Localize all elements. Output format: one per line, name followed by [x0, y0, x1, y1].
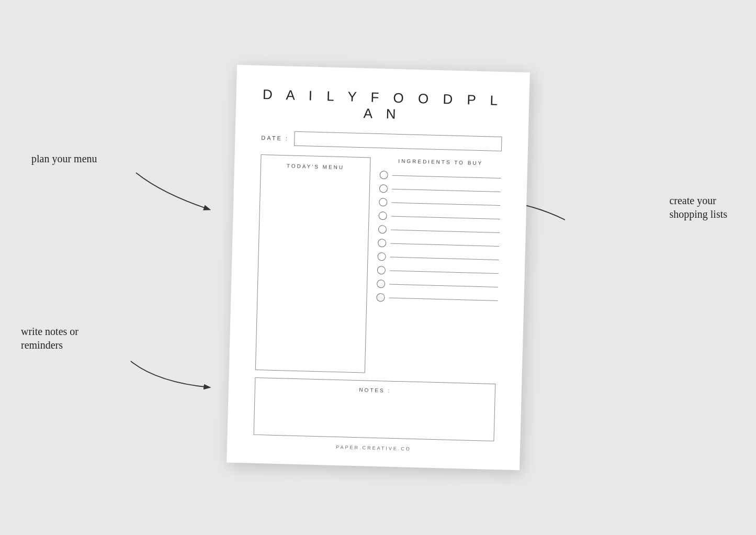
- check-line: [391, 202, 500, 205]
- ingredients-title: INGREDIENTS TO BUY: [380, 158, 501, 166]
- check-line: [389, 284, 498, 287]
- check-line: [390, 243, 499, 246]
- menu-box: TODAY'S MENU: [255, 154, 370, 373]
- check-line: [390, 257, 499, 260]
- checkbox-circle[interactable]: [377, 252, 386, 261]
- notes-annotation-text: write notes orreminders: [21, 326, 78, 351]
- check-line: [392, 175, 501, 178]
- annotation-shopping: create yourshopping lists: [669, 194, 727, 221]
- or-word: or: [70, 326, 78, 337]
- list-item: [378, 239, 499, 250]
- check-line: [391, 188, 500, 192]
- brand-footer: PAPER.CREATIVE.CO: [336, 444, 411, 452]
- paper-document: D A I L Y F O O D P L A N DATE : TODAY'S…: [227, 65, 530, 470]
- main-section: TODAY'S MENU INGREDIENTS TO BUY: [255, 154, 501, 376]
- notes-box: NOTES :: [253, 377, 495, 441]
- list-item: [378, 211, 500, 223]
- list-item: [377, 266, 498, 277]
- date-row: DATE :: [261, 130, 502, 151]
- checklist: [374, 171, 501, 376]
- checkbox-circle[interactable]: [379, 198, 387, 206]
- check-line: [391, 216, 500, 219]
- notes-label: NOTES :: [359, 387, 391, 394]
- checkbox-circle[interactable]: [377, 266, 385, 274]
- document-title: D A I L Y F O O D P L A N: [262, 86, 503, 125]
- checkbox-circle[interactable]: [379, 184, 387, 193]
- checkbox-circle[interactable]: [378, 239, 386, 247]
- list-item: [379, 184, 500, 196]
- check-line: [389, 297, 498, 300]
- checkbox-circle[interactable]: [379, 171, 388, 179]
- checkbox-circle[interactable]: [378, 225, 386, 233]
- plan-menu-text: plan your menu: [31, 153, 97, 164]
- shopping-text: create yourshopping lists: [669, 195, 727, 220]
- checkbox-circle[interactable]: [378, 211, 387, 220]
- annotation-notes: write notes orreminders: [21, 325, 78, 352]
- date-label: DATE :: [261, 135, 289, 141]
- checkbox-circle[interactable]: [376, 280, 385, 288]
- list-item: [379, 198, 500, 209]
- check-line: [389, 270, 498, 273]
- list-item: [376, 293, 498, 305]
- date-input-box[interactable]: [294, 131, 502, 151]
- list-item: [379, 171, 501, 182]
- list-item: [377, 252, 499, 264]
- annotation-plan-menu: plan your menu: [31, 152, 97, 165]
- list-item: [378, 225, 499, 237]
- menu-label: TODAY'S MENU: [286, 163, 344, 170]
- list-item: [376, 280, 498, 291]
- ingredients-section: INGREDIENTS TO BUY: [374, 158, 501, 376]
- checkbox-circle[interactable]: [376, 293, 385, 302]
- check-line: [390, 229, 499, 232]
